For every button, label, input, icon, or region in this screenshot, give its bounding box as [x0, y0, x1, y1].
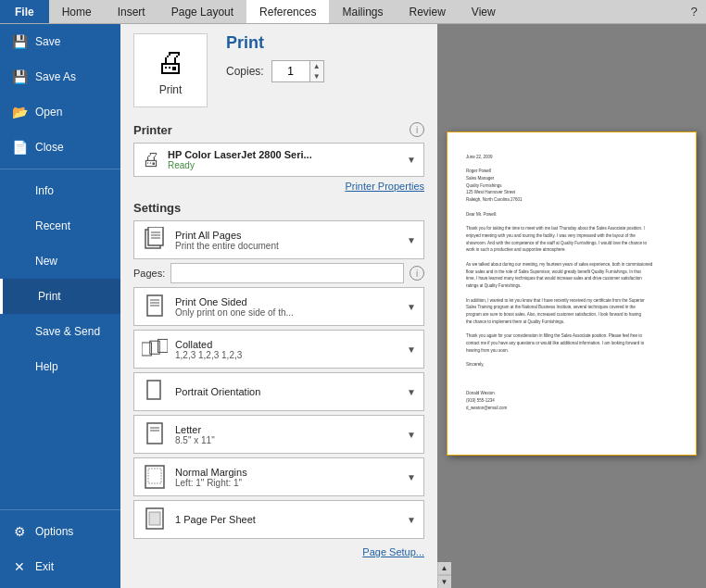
sidebar-item-open[interactable]: 📂 Open — [0, 94, 120, 130]
sidebar-new-label: New — [35, 255, 57, 268]
setting-row-print-all-pages[interactable]: Print All Pages Print the entire documen… — [133, 220, 424, 259]
doc-line: Roger Powell — [466, 169, 677, 175]
1-page-per-sheet-arrow[interactable]: ▼ — [407, 515, 416, 525]
printer-status: Ready — [168, 160, 399, 170]
pages-info-icon[interactable]: i — [410, 266, 424, 281]
options-icon: ⚙ — [11, 523, 28, 540]
collated-arrow[interactable]: ▼ — [407, 344, 416, 355]
tab-file[interactable]: File — [0, 0, 49, 23]
setting-row-print-one-sided[interactable]: Print One Sided Only print on one side o… — [133, 287, 424, 326]
tab-review[interactable]: Review — [396, 0, 458, 23]
setting-row-portrait-orientation[interactable]: Portrait Orientation ▼ — [133, 372, 424, 411]
tab-insert-label: Insert — [118, 6, 145, 19]
sidebar-item-close[interactable]: 📄 Close — [0, 130, 120, 165]
setting-row-normal-margins[interactable]: Normal Margins Left: 1" Right: 1" ▼ — [133, 457, 424, 496]
preview-area: June 22, 2009 Roger PowellSales ManagerQ… — [437, 24, 706, 588]
letter-sub: 8.5" x 11" — [175, 435, 399, 445]
settings-section-title: Settings — [133, 201, 424, 215]
printer-info-icon[interactable]: i — [410, 122, 424, 137]
scroll-up-button[interactable]: ▲ — [438, 562, 451, 575]
doc-line: Quality Furnishings — [466, 183, 677, 190]
sidebar-item-save[interactable]: 💾 Save — [0, 24, 120, 59]
content-area: 🖨 Print Print Copies: ▲ ▼ — [120, 24, 706, 588]
sidebar-item-options[interactable]: ⚙ Options — [0, 514, 120, 549]
doc-line: Sincerely, — [466, 362, 677, 369]
scroll-down-button[interactable]: ▼ — [438, 575, 451, 588]
tab-insert[interactable]: Insert — [105, 0, 158, 23]
close-icon: 📄 — [11, 139, 28, 156]
sidebar-item-info[interactable]: Info — [0, 173, 120, 208]
settings-rows-2: Print One Sided Only print on one side o… — [133, 287, 424, 539]
doc-line: Raleigh, North Carolina 27601 — [466, 197, 677, 204]
main-layout: 💾 Save 💾 Save As 📂 Open 📄 Close Info — [0, 24, 706, 588]
sidebar-item-new[interactable]: New — [0, 244, 120, 279]
doc-line: enjoyed meeting with you and touring the… — [466, 233, 677, 240]
doc-line: June 22, 2009 — [466, 155, 677, 161]
print-title: Print — [226, 33, 324, 53]
portrait-orientation-arrow[interactable]: ▼ — [407, 387, 416, 397]
doc-line — [466, 384, 677, 391]
doc-line: showroom. And with the competence of the… — [466, 241, 677, 247]
sidebar-item-recent[interactable]: Recent — [0, 208, 120, 244]
print-panel: 🖨 Print Print Copies: ▲ ▼ — [120, 24, 437, 588]
save-icon: 💾 — [11, 33, 28, 50]
tab-page-layout[interactable]: Page Layout — [158, 0, 246, 23]
info-icon — [11, 182, 28, 199]
printer-icon: 🖨 — [142, 149, 160, 170]
copies-down-button[interactable]: ▼ — [310, 71, 323, 81]
print-sidebar-icon — [14, 288, 31, 305]
sidebar-item-print[interactable]: Print — [0, 279, 120, 314]
print-all-pages-sub: Print the entire document — [175, 241, 399, 251]
printer-dropdown-arrow[interactable]: ▼ — [407, 155, 416, 165]
sidebar-item-save-as[interactable]: 💾 Save As — [0, 59, 120, 94]
normal-margins-main: Normal Margins — [175, 467, 399, 478]
print-all-pages-arrow[interactable]: ▼ — [407, 235, 416, 245]
open-icon: 📂 — [11, 104, 28, 120]
doc-line — [466, 377, 677, 383]
1-page-per-sheet-icon — [142, 507, 168, 532]
sidebar-print-label: Print — [38, 290, 61, 303]
doc-line — [466, 327, 677, 333]
copies-up-button[interactable]: ▲ — [310, 61, 323, 71]
tab-mailings[interactable]: Mailings — [329, 0, 396, 23]
sidebar-recent-label: Recent — [35, 219, 70, 232]
copies-input[interactable] — [272, 61, 309, 81]
setting-row-collated[interactable]: Collated 1,2,3 1,2,3 1,2,3 ▼ — [133, 330, 424, 369]
tab-file-label: File — [15, 6, 34, 19]
portrait-orientation-icon — [142, 379, 168, 405]
page-setup-link[interactable]: Page Setup... — [133, 546, 424, 557]
tab-home[interactable]: Home — [49, 0, 105, 23]
letter-arrow[interactable]: ▼ — [407, 430, 416, 440]
tab-references[interactable]: References — [246, 0, 329, 23]
pages-input[interactable] — [170, 263, 404, 283]
sidebar-divider-1 — [0, 169, 120, 169]
print-button[interactable]: 🖨 Print — [133, 33, 208, 107]
printer-big-icon: 🖨 — [156, 45, 185, 80]
sidebar-save-as-label: Save As — [35, 70, 76, 83]
setting-row-letter[interactable]: Letter 8.5" x 11" ▼ — [133, 415, 424, 454]
printer-row[interactable]: 🖨 HP Color LaserJet 2800 Seri... Ready ▼ — [133, 143, 424, 177]
sidebar-item-help[interactable]: Help — [0, 349, 120, 384]
doc-line: Sales Training program at the National B… — [466, 305, 677, 311]
letter-main: Letter — [175, 424, 399, 435]
sidebar-item-exit[interactable]: ✕ Exit — [0, 549, 120, 584]
ribbon: File Home Insert Page Layout References … — [0, 0, 706, 24]
setting-row-1-page-per-sheet[interactable]: 1 Page Per Sheet ▼ — [133, 500, 424, 539]
copies-spinner: ▲ ▼ — [309, 61, 323, 81]
svg-rect-1 — [148, 227, 163, 245]
save-send-icon — [11, 323, 28, 340]
normal-margins-text: Normal Margins Left: 1" Right: 1" — [175, 467, 399, 488]
print-one-sided-text: Print One Sided Only print on one side o… — [175, 296, 399, 318]
svg-rect-13 — [147, 423, 162, 444]
portrait-orientation-main: Portrait Orientation — [175, 386, 399, 397]
print-all-pages-main: Print All Pages — [175, 230, 399, 241]
printer-properties-link[interactable]: Printer Properties — [133, 181, 424, 192]
sidebar-save-label: Save — [35, 35, 60, 48]
doc-line: Donald Weston — [466, 391, 677, 397]
tab-view[interactable]: View — [459, 0, 509, 23]
copies-row: Copies: ▲ ▼ — [226, 60, 324, 82]
print-one-sided-arrow[interactable]: ▼ — [407, 302, 416, 312]
normal-margins-arrow[interactable]: ▼ — [407, 472, 416, 482]
help-button[interactable]: ? — [682, 0, 706, 23]
sidebar-item-save-send[interactable]: Save & Send — [0, 314, 120, 349]
